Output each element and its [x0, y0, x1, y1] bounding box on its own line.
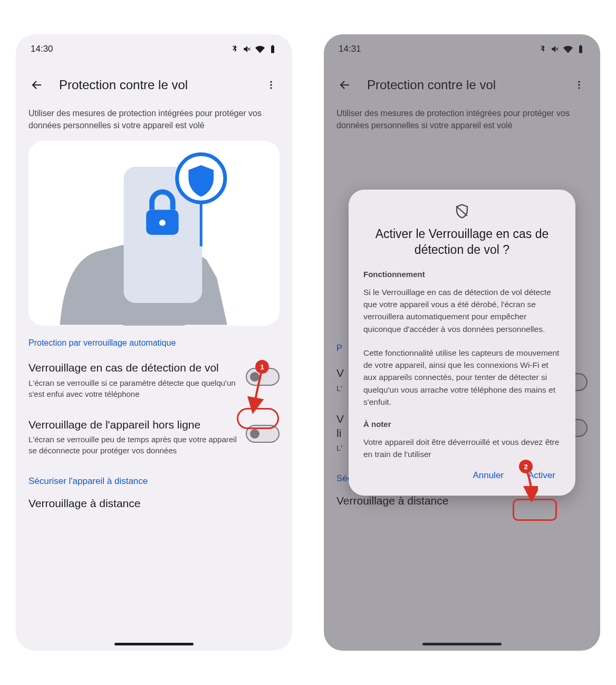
- dialog-text: Si le Verrouillage en cas de détection d…: [363, 286, 561, 335]
- status-time: 14:31: [339, 44, 361, 54]
- mute-icon: [243, 44, 252, 54]
- nav-handle[interactable]: [114, 643, 194, 645]
- dialog-enable-theft-lock: Activer le Verrouillage en cas de détect…: [349, 189, 575, 496]
- status-bar: 14:30: [16, 34, 292, 60]
- setting-offline-lock[interactable]: Verrouillage de l'appareil hors ligne L'…: [16, 408, 292, 464]
- section-header-autolock: Protection par verrouillage automatique: [16, 326, 292, 351]
- dialog-text: Votre appareil doit être déverrouillé et…: [363, 436, 561, 461]
- status-time: 14:30: [31, 44, 53, 54]
- annotation-badge-1: 1: [255, 360, 269, 374]
- page-title: Protection contre le vol: [367, 78, 496, 92]
- svg-point-6: [159, 220, 166, 226]
- wifi-icon: [563, 44, 573, 54]
- setting-theft-detection[interactable]: Verrouillage en cas de détection de vol …: [16, 351, 292, 407]
- setting-title: Verrouillage de l'appareil hors ligne: [28, 417, 237, 432]
- back-button[interactable]: [334, 74, 355, 96]
- svg-point-2: [270, 87, 272, 89]
- dialog-subheader: À noter: [363, 420, 561, 429]
- battery-icon: [576, 44, 585, 54]
- annotation-badge-2: 2: [519, 460, 533, 473]
- more-button[interactable]: [261, 74, 282, 96]
- status-icons: [538, 44, 585, 54]
- page-title: Protection contre le vol: [59, 78, 188, 92]
- page-subtitle: Utiliser des mesures de protection intég…: [324, 103, 600, 141]
- annotation-highlight-activate: [513, 499, 557, 521]
- wifi-icon: [255, 44, 265, 54]
- back-button[interactable]: [26, 74, 47, 96]
- screen-left: 14:30 Protection contre le vol Utiliser …: [16, 34, 292, 651]
- nav-handle[interactable]: [422, 643, 502, 645]
- svg-point-12: [578, 87, 580, 89]
- dialog-title: Activer le Verrouillage en cas de détect…: [363, 226, 561, 258]
- app-bar: Protection contre le vol: [324, 60, 600, 103]
- svg-point-1: [270, 84, 272, 85]
- setting-remote-lock-title: Verrouillage à distance: [16, 491, 292, 510]
- svg-point-10: [578, 81, 580, 83]
- screen-right: 14:31 Protection contre le vol Utiliser …: [324, 34, 600, 651]
- svg-point-11: [578, 84, 580, 85]
- shield-outline-icon: [363, 203, 561, 219]
- setting-title: Verrouillage en cas de détection de vol: [28, 360, 237, 375]
- cancel-button[interactable]: Annuler: [467, 466, 509, 485]
- setting-desc: L'écran se verrouille si ce paramètre dé…: [28, 377, 237, 399]
- mute-icon: [551, 44, 560, 54]
- dialog-text: Cette fonctionnalité utilise les capteur…: [363, 347, 561, 408]
- bluetooth-icon: [230, 44, 239, 54]
- setting-desc: L'écran se verrouille peu de temps après…: [28, 434, 237, 456]
- page-subtitle: Utiliser des mesures de protection intég…: [16, 103, 292, 141]
- status-bar: 14:31: [324, 34, 600, 60]
- bluetooth-icon: [538, 44, 547, 54]
- battery-icon: [268, 44, 277, 54]
- illustration: [28, 141, 280, 326]
- link-secure-remote[interactable]: Sécuriser l'appareil à distance: [16, 464, 292, 491]
- more-button[interactable]: [569, 74, 590, 96]
- dialog-subheader: Fonctionnement: [363, 270, 561, 279]
- toggle-offline-lock[interactable]: [246, 425, 280, 443]
- svg-point-0: [270, 81, 272, 83]
- status-icons: [230, 44, 277, 54]
- app-bar: Protection contre le vol: [16, 60, 292, 103]
